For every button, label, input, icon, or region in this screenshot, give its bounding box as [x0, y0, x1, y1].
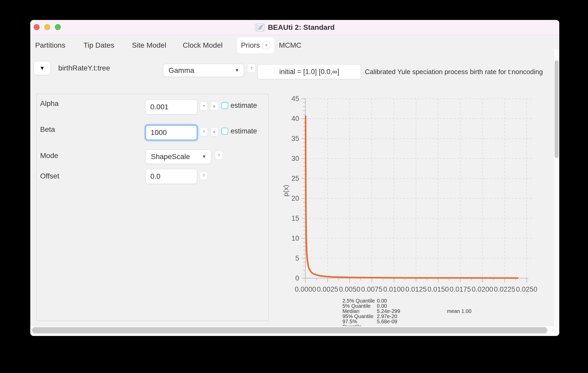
svg-text:0.0150: 0.0150 — [428, 285, 449, 293]
alpha-e-button[interactable]: e — [210, 102, 218, 111]
distribution-help-button[interactable]: ? — [247, 63, 256, 73]
beta-input[interactable] — [145, 125, 197, 140]
traffic-lights — [34, 24, 61, 30]
tab-priors[interactable]: Priors ? — [237, 37, 274, 54]
quantile-row: Median 5.24e-299 — [342, 309, 400, 314]
stat-value: 2.97e-20 — [377, 314, 397, 319]
tab-clock-model[interactable]: Clock Model — [183, 35, 223, 56]
svg-text:0.0075: 0.0075 — [361, 285, 383, 293]
app-icon — [255, 23, 265, 32]
svg-text:5: 5 — [295, 254, 299, 262]
svg-text:0.0225: 0.0225 — [494, 285, 515, 293]
prior-density-chart: 0510152025303540450.00000.00250.00500.00… — [276, 87, 553, 300]
titlebar: BEAUti 2: Standard — [30, 20, 559, 35]
offset-input[interactable] — [145, 169, 197, 184]
vertical-scrollbar-thumb[interactable] — [555, 60, 558, 158]
stat-value: 0.00 — [377, 303, 387, 309]
minimize-button[interactable] — [44, 24, 50, 30]
mode-select[interactable]: ShapeScale ▼ — [145, 149, 211, 164]
horizontal-scrollbar-thumb[interactable] — [32, 327, 547, 333]
svg-text:0.0125: 0.0125 — [405, 285, 427, 293]
initial-value-button[interactable]: initial = [1.0] [0.0,∞] — [258, 64, 361, 79]
distribution-select[interactable]: Gamma ▼ — [163, 64, 244, 77]
svg-text:0.0000: 0.0000 — [295, 285, 316, 293]
svg-text:0: 0 — [295, 274, 299, 282]
svg-text:0.0200: 0.0200 — [472, 285, 493, 293]
quantile-row: 2.5% Quantile 0.00 — [342, 298, 400, 303]
beta-e-button[interactable]: e — [210, 127, 218, 136]
tab-tip-dates[interactable]: Tip Dates — [84, 35, 114, 56]
tab-site-model[interactable]: Site Model — [132, 35, 166, 56]
beta-estimate-checkbox[interactable] — [221, 128, 228, 135]
svg-text:0.0025: 0.0025 — [317, 285, 338, 293]
quantile-row: 95% Quantile 2.97e-20 — [342, 314, 400, 319]
svg-text:0.0050: 0.0050 — [339, 285, 361, 293]
alpha-label: Alpha — [40, 100, 59, 107]
mean-value: mean 1.00 — [447, 309, 472, 314]
alpha-help-button[interactable]: ? — [200, 102, 208, 111]
close-button[interactable] — [34, 24, 40, 30]
stat-value: 0.00 — [377, 298, 387, 303]
beta-estimate-label: estimate — [231, 126, 257, 136]
svg-text:0.0175: 0.0175 — [450, 285, 471, 293]
quantile-row: 5% Quantile 0.00 — [342, 303, 400, 309]
svg-text:15: 15 — [291, 214, 299, 222]
prior-param-label: birthRateY.t:tree — [58, 61, 110, 75]
expand-prior-button[interactable]: ▼ — [34, 61, 51, 75]
chevron-down-icon: ▼ — [202, 154, 211, 159]
mode-label: Mode — [40, 152, 58, 160]
chevron-down-icon: ▼ — [235, 68, 244, 73]
offset-help-button[interactable]: ? — [200, 171, 208, 180]
window-title: BEAUti 2: Standard — [255, 20, 335, 35]
mode-select-value: ShapeScale — [146, 153, 202, 161]
priors-help-badge[interactable]: ? — [262, 42, 270, 49]
stat-label: 2.5% Quantile — [342, 298, 377, 303]
app-window: BEAUti 2: Standard Partitions Tip Dates … — [30, 20, 559, 336]
window-title-text: BEAUti 2: Standard — [268, 23, 335, 32]
stat-label: 95% Quantile — [342, 314, 377, 319]
beta-help-button[interactable]: ? — [200, 127, 208, 136]
tab-mcmc[interactable]: MCMC — [279, 35, 301, 56]
svg-text:40: 40 — [291, 115, 299, 123]
beta-label: Beta — [40, 126, 55, 133]
alpha-input[interactable] — [145, 99, 197, 114]
tab-priors-label: Priors — [241, 41, 260, 49]
offset-label: Offset — [40, 172, 59, 180]
svg-text:45: 45 — [291, 95, 299, 103]
svg-text:30: 30 — [291, 155, 299, 162]
svg-text:25: 25 — [291, 175, 299, 182]
tab-partitions[interactable]: Partitions — [35, 35, 65, 56]
stat-label: 97.5% Quantile — [342, 319, 377, 324]
svg-text:10: 10 — [291, 234, 299, 242]
svg-text:p(x): p(x) — [282, 185, 290, 197]
svg-text:0.0250: 0.0250 — [516, 285, 538, 293]
stat-label: 5% Quantile — [342, 303, 377, 309]
alpha-estimate-checkbox[interactable] — [221, 102, 228, 109]
svg-text:35: 35 — [291, 135, 299, 142]
alpha-estimate-label: estimate — [231, 101, 257, 110]
triangle-down-icon: ▼ — [40, 65, 45, 71]
quantile-row: 97.5% Quantile 5.68e-09 — [342, 319, 400, 324]
svg-text:0.0100: 0.0100 — [383, 285, 405, 293]
mode-help-button[interactable]: ? — [215, 151, 223, 160]
prior-description: Calibrated Yule speciation process birth… — [365, 64, 543, 79]
zoom-button[interactable] — [55, 24, 61, 30]
stat-value: 5.68e-09 — [377, 319, 397, 324]
quantile-stats: 2.5% Quantile 0.00 5% Quantile 0.00 Medi… — [342, 298, 400, 324]
stat-label: Median — [342, 309, 377, 314]
svg-text:20: 20 — [291, 195, 299, 202]
stat-value: 5.24e-299 — [377, 309, 400, 314]
distribution-select-value: Gamma — [163, 66, 235, 75]
